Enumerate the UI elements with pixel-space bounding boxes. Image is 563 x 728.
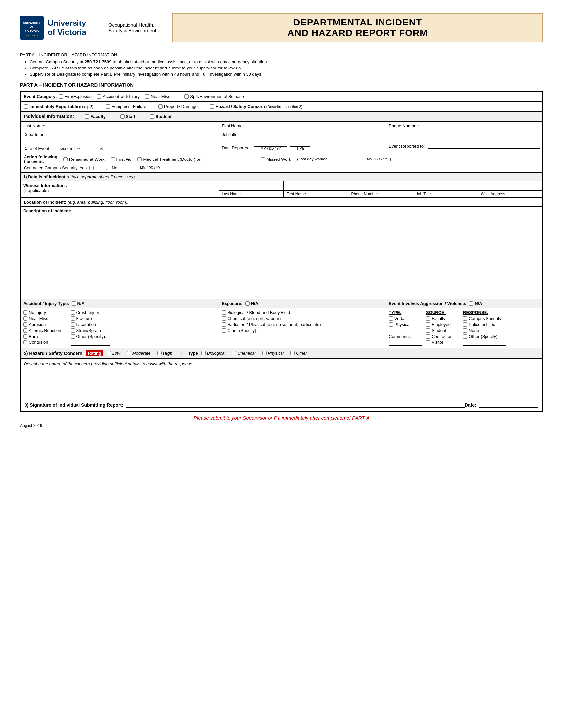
immediately-reportable-option[interactable]: Immediately Reportable (see p.3) xyxy=(24,104,94,109)
bio-type-option[interactable]: Biological xyxy=(201,351,225,356)
remained-at-work-option[interactable]: Remained at Work xyxy=(63,157,104,162)
near-miss-option[interactable]: Near Miss xyxy=(145,94,170,99)
property-damage-option[interactable]: Property Damage xyxy=(158,104,198,109)
first-aid-checkbox[interactable] xyxy=(111,157,115,161)
exposure-na-option[interactable]: N/A xyxy=(245,301,258,306)
contusion-checkbox[interactable] xyxy=(23,340,27,344)
equipment-failure-checkbox[interactable] xyxy=(106,104,110,109)
description-textarea[interactable] xyxy=(23,213,540,290)
laceration-option[interactable]: Laceration xyxy=(70,322,106,327)
source-visitor-checkbox[interactable] xyxy=(426,340,430,344)
none-checkbox[interactable] xyxy=(463,328,467,333)
campus-security-response-option[interactable]: Campus Security xyxy=(463,316,503,321)
aggression-na-checkbox[interactable] xyxy=(469,301,473,306)
witness-last-name-field[interactable] xyxy=(219,181,284,191)
describe-concern-textarea[interactable] xyxy=(24,366,539,393)
source-faculty-option[interactable]: Faculty xyxy=(426,316,456,321)
fracture-option[interactable]: Fracture xyxy=(70,316,106,321)
source-employee-option[interactable]: Employee xyxy=(426,322,456,327)
low-option[interactable]: Low xyxy=(107,351,120,356)
near-miss-checkbox[interactable] xyxy=(145,94,149,99)
other-response-checkbox[interactable] xyxy=(463,334,467,339)
missed-work-checkbox[interactable] xyxy=(260,157,265,161)
bio-type-checkbox[interactable] xyxy=(201,351,206,355)
comments-field[interactable] xyxy=(389,340,422,346)
injury-na-checkbox[interactable] xyxy=(71,301,76,306)
physical-type-option[interactable]: Physical xyxy=(262,351,284,356)
bio-blood-option[interactable]: Biological / Blood and Body Fluid xyxy=(221,310,380,315)
accident-injury-option[interactable]: Accident with Injury xyxy=(97,94,140,99)
police-notified-option[interactable]: Police notified xyxy=(463,322,503,327)
student-option[interactable]: Student xyxy=(150,114,171,119)
medical-treatment-option[interactable]: Medical Treatment (Doctor) on: xyxy=(137,157,202,162)
source-faculty-checkbox[interactable] xyxy=(426,316,430,321)
hazard-safety-option[interactable]: Hazard / Safety Concern (Describe in sec… xyxy=(210,104,303,109)
time-field2[interactable] xyxy=(291,141,310,147)
no-option[interactable]: No xyxy=(106,165,117,170)
faculty-option[interactable]: Faculty xyxy=(85,114,106,119)
injury-na-option[interactable]: N/A xyxy=(71,301,84,306)
chemical-type-option[interactable]: Chemical xyxy=(232,351,255,356)
other-response-field[interactable] xyxy=(463,340,506,346)
medical-treatment-checkbox[interactable] xyxy=(137,157,142,161)
accident-injury-checkbox[interactable] xyxy=(97,94,101,99)
police-notified-checkbox[interactable] xyxy=(463,322,467,327)
other-exposure-option[interactable]: Other (Specify): xyxy=(221,328,380,333)
witness-first-name-field[interactable] xyxy=(284,181,349,191)
physical-type-checkbox[interactable] xyxy=(262,351,266,355)
high-checkbox[interactable] xyxy=(157,351,162,355)
chemical-type-checkbox[interactable] xyxy=(232,351,236,355)
verbal-checkbox[interactable] xyxy=(389,316,393,321)
radiation-checkbox[interactable] xyxy=(221,322,226,327)
other-injury-field[interactable] xyxy=(70,340,110,346)
near-miss-injury-option[interactable]: Near Miss xyxy=(23,316,61,321)
physical-option[interactable]: Physical xyxy=(389,322,419,327)
allergic-reaction-checkbox[interactable] xyxy=(23,328,27,333)
burn-checkbox[interactable] xyxy=(23,334,27,339)
witness-job-title-field[interactable] xyxy=(413,181,478,191)
strain-sprain-checkbox[interactable] xyxy=(70,328,75,333)
other-exposure-field[interactable] xyxy=(221,334,383,340)
witness-phone-field[interactable] xyxy=(349,181,413,191)
time-field1[interactable] xyxy=(90,141,113,147)
date-reported-field[interactable] xyxy=(254,141,287,147)
fire-explosion-option[interactable]: Fire/Explosion xyxy=(59,94,92,99)
immediately-reportable-checkbox[interactable] xyxy=(24,104,28,109)
chemical-exposure-checkbox[interactable] xyxy=(221,316,226,321)
no-injury-option[interactable]: No Injury xyxy=(23,310,61,315)
first-aid-option[interactable]: First Aid xyxy=(111,157,132,162)
last-day-worked-field[interactable] xyxy=(331,156,364,162)
moderate-checkbox[interactable] xyxy=(127,351,131,355)
missed-work-option[interactable]: Missed Work xyxy=(260,157,291,162)
no-injury-checkbox[interactable] xyxy=(23,310,27,315)
student-checkbox[interactable] xyxy=(150,114,154,119)
spill-env-checkbox[interactable] xyxy=(184,94,189,99)
signature-date-field[interactable] xyxy=(479,402,539,408)
other-type-option[interactable]: Other xyxy=(291,351,307,356)
signature-field[interactable] xyxy=(126,402,465,408)
moderate-option[interactable]: Moderate xyxy=(127,351,151,356)
campus-security-response-checkbox[interactable] xyxy=(463,316,467,321)
crush-injury-option[interactable]: Crush Injury xyxy=(70,310,106,315)
low-checkbox[interactable] xyxy=(107,351,111,355)
near-miss-injury-checkbox[interactable] xyxy=(23,316,27,321)
property-damage-checkbox[interactable] xyxy=(158,104,163,109)
yes-option[interactable] xyxy=(89,165,96,170)
witness-work-address-field[interactable] xyxy=(478,181,542,191)
exposure-na-checkbox[interactable] xyxy=(245,301,250,306)
yes-checkbox[interactable] xyxy=(89,166,94,170)
date-of-event-field[interactable] xyxy=(54,141,87,147)
event-reported-to-field[interactable] xyxy=(428,143,540,149)
faculty-checkbox[interactable] xyxy=(85,114,89,119)
high-option[interactable]: High xyxy=(157,351,172,356)
medical-treatment-date-field[interactable] xyxy=(209,156,248,162)
crush-injury-checkbox[interactable] xyxy=(70,310,75,315)
bio-blood-checkbox[interactable] xyxy=(221,310,226,315)
no-checkbox[interactable] xyxy=(106,166,110,170)
other-injury-checkbox[interactable] xyxy=(70,334,75,339)
abrasion-checkbox[interactable] xyxy=(23,322,27,327)
staff-option[interactable]: Staff xyxy=(120,114,135,119)
source-employee-checkbox[interactable] xyxy=(426,322,430,327)
abrasion-option[interactable]: Abrasion xyxy=(23,322,61,327)
fire-explosion-checkbox[interactable] xyxy=(59,94,63,99)
